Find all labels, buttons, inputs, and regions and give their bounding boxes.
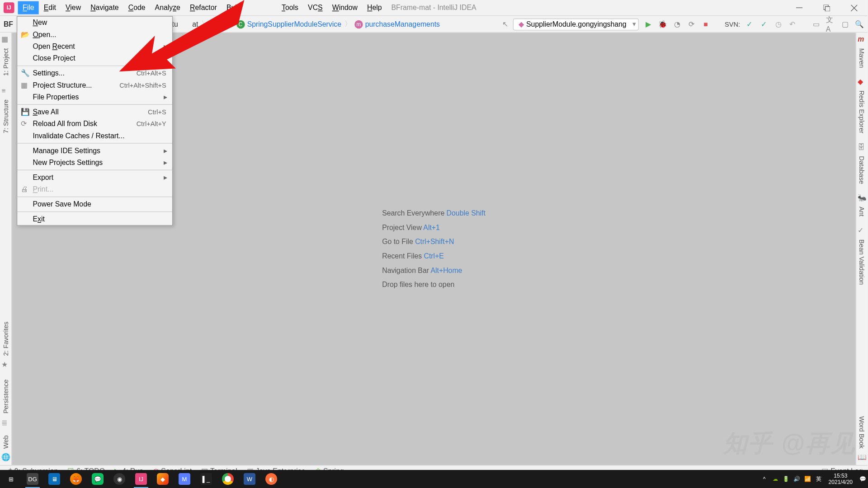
taskbar-intellij[interactable]: IJ [130,470,152,488]
tool-web[interactable]: Web [2,435,9,449]
tool-database[interactable]: Database [859,156,866,184]
menu-analyze[interactable]: Analyze [150,1,185,14]
menu-edit[interactable]: Edit [39,1,61,14]
window-tool-icon[interactable]: ▢ [840,19,849,29]
breadcrumb-method[interactable]: purchaseManagements [365,20,440,28]
file-menu-manage-ide-settings[interactable]: Manage IDE Settings▸ [17,145,172,156]
taskbar-firefox[interactable]: 🦊 [65,470,87,488]
persistence-icon: ≣ [1,418,9,427]
tool-persistence[interactable]: Persistence [2,380,9,414]
save-icon: 💾 [21,108,29,116]
tray-volume[interactable]: 🔊 [792,476,802,482]
file-menu-export[interactable]: Export▸ [17,172,172,183]
maven-icon[interactable]: m [858,35,866,43]
menu-refactor[interactable]: Refactor [185,1,222,14]
tray-wifi[interactable]: 📶 [802,476,813,482]
file-menu-open[interactable]: 📂Open... [17,28,172,40]
file-menu-open-recent[interactable]: Open Recent▸ [17,41,172,52]
taskbar-clock[interactable]: 15:53 2021/4/20 [824,473,857,486]
start-button[interactable]: ⊞ [0,470,22,488]
back-icon[interactable]: ↖ [502,20,508,28]
file-menu-reload-all-from-disk[interactable]: ⟳Reload All from DiskCtrl+Alt+Y [17,118,172,130]
taskbar-cmd[interactable]: ▌_ [195,470,217,488]
run-config-selector[interactable]: ◆SupplierModule.gongyingshang [513,18,639,30]
taskbar-app1[interactable]: ◉ [108,470,130,488]
profile-icon[interactable]: ⟳ [687,19,696,29]
update-icon[interactable]: ✓ [759,19,769,29]
file-menu-new-projects-settings[interactable]: New Projects Settings▸ [17,157,172,169]
folder-icon: 📂 [21,30,29,38]
tray-chevron[interactable]: ^ [759,476,770,482]
breadcrumb-dao[interactable]: dao [212,20,223,28]
menu-tools[interactable]: Tools [277,1,303,14]
menu-window[interactable]: Window [327,1,362,14]
debug-icon[interactable]: 🐞 [658,19,667,29]
taskbar-app2[interactable]: ◆ [152,470,174,488]
file-menu-dropdown: New📂Open...Open Recent▸Close Project🔧Set… [17,16,173,226]
file-menu-new[interactable]: New [17,17,172,28]
tool-favorites[interactable]: 2: Favorites [2,321,9,356]
file-menu-close-project[interactable]: Close Project [17,52,172,64]
star-icon: ★ [1,361,9,369]
file-menu-power-save-mode[interactable]: Power Save Mode [17,198,172,210]
menu-navigate[interactable]: Navigate [86,1,124,14]
tray-onedrive[interactable]: ☁ [770,476,781,482]
tool-bean-validation[interactable]: Bean Validation [859,239,866,285]
search-icon[interactable]: 🔍 [854,19,864,29]
window-title: BFrame-mat - IntelliJ IDEA [391,4,476,12]
menu-vcs[interactable]: VCS [303,1,328,14]
menu-code[interactable]: Code [123,1,150,14]
tool-redis[interactable]: Redis Explorer [859,90,866,133]
tray-ime[interactable]: 英 [813,475,824,483]
tool-structure[interactable]: 7: Structure [2,100,9,134]
translate-icon[interactable]: 文A [826,19,835,29]
commit-icon[interactable]: ✓ [745,19,755,29]
file-menu-exit[interactable]: Exit [17,213,172,225]
taskbar-word[interactable]: W [239,470,260,488]
file-menu-file-properties[interactable]: File Properties▸ [17,91,172,103]
taskbar-desktop[interactable]: 🖥 [43,470,65,488]
taskbar-wechat[interactable]: 💬 [87,470,108,488]
welcome-placeholder: Search Everywhere Double ShiftProject Vi… [382,203,486,295]
tray-battery[interactable]: 🔋 [781,476,792,482]
structure-icon[interactable]: ≡ [1,87,9,95]
coverage-icon[interactable]: ◔ [672,19,682,29]
maximize-button[interactable] [813,0,840,16]
history-icon[interactable]: ◷ [774,19,783,29]
stop-icon[interactable]: ■ [701,19,710,29]
menu-view[interactable]: View [61,1,86,14]
tool-maven[interactable]: Maven [859,48,866,68]
redis-icon[interactable]: ◆ [858,77,866,85]
right-tool-stripe: m Maven ◆ Redis Explorer 🗄 Database 🐜 An… [856,33,868,465]
web-icon: 🌐 [1,453,9,461]
file-menu-save-all[interactable]: 💾Save AllCtrl+S [17,106,172,118]
file-menu-settings[interactable]: 🔧Settings...Ctrl+Alt+S [17,67,172,79]
menu-help[interactable]: Help [363,1,387,14]
bean-icon[interactable]: ✓ [858,226,866,235]
file-menu-invalidate-caches-restart[interactable]: Invalidate Caches / Restart... [17,130,172,141]
minimize-button[interactable] [785,0,813,16]
tool-project[interactable]: 1: Project [2,48,9,76]
database-icon[interactable]: 🗄 [858,143,866,151]
taskbar-chrome[interactable] [217,470,239,488]
menu-file[interactable]: File [18,1,39,14]
tool-wordbook[interactable]: Word Book [859,416,866,448]
ant-icon[interactable]: 🐜 [858,194,866,202]
taskbar-datagrip[interactable]: DG [22,470,43,488]
revert-icon[interactable]: ↶ [788,19,797,29]
file-menu-print[interactable]: 🖨Print... [17,183,172,195]
taskbar-postman[interactable]: ◐ [260,470,282,488]
close-button[interactable] [840,0,868,16]
run-icon[interactable]: ▶ [644,19,653,29]
left-tool-stripe: ▦ 1: Project ≡ 7: Structure 2: Favorites… [0,33,12,465]
project-icon[interactable]: ▦ [1,35,9,43]
struct-icon: ▦ [21,81,29,89]
file-menu-project-structure[interactable]: ▦Project Structure...Ctrl+Alt+Shift+S [17,79,172,91]
breadcrumb-service[interactable]: SpringSupplierModuleService [247,20,341,28]
ide-tool-icon[interactable]: ▭ [811,19,821,29]
menu-build[interactable]: Build [222,1,247,14]
tool-ant[interactable]: Ant [859,207,866,217]
taskbar-app3[interactable]: M [174,470,195,488]
tray-notifications[interactable]: 💬 [857,476,868,482]
breadcrumb-root[interactable]: BF [4,20,13,28]
